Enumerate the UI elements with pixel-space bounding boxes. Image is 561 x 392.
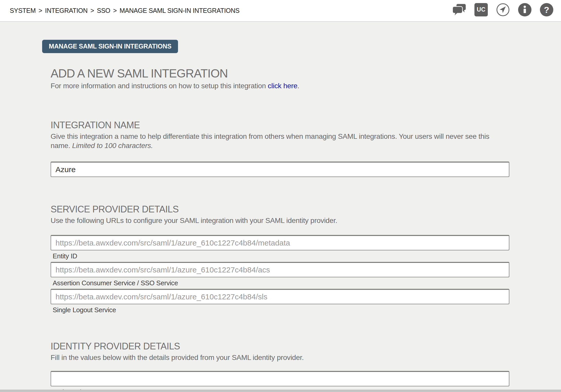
navigation-arrow-icon[interactable] [496,3,510,16]
manage-saml-integrations-button[interactable]: MANAGE SAML SIGN-IN INTEGRATIONS [42,40,178,53]
intro-text-body: For more information and instructions on… [51,82,268,90]
intro-text-suffix: . [297,82,299,90]
entity-id-input[interactable] [51,235,509,250]
breadcrumb-sso[interactable]: SSO [97,7,110,14]
click-here-link[interactable]: click here [268,82,297,90]
acs-field-group: Assertion Consumer Service / SSO Service [51,262,508,287]
breadcrumb-separator: > [113,7,117,14]
service-provider-description: Use the following URLs to configure your… [51,216,492,225]
uc-badge[interactable]: UC [474,3,488,16]
breadcrumb-system[interactable]: SYSTEM [10,7,36,14]
breadcrumb: SYSTEM > INTEGRATION > SSO > MANAGE SAML… [10,7,239,14]
identity-provider-description: Fill in the values below with the detail… [51,353,492,362]
integration-name-input[interactable] [51,162,509,177]
idp-entity-id-field-group: Entity ID / Issuer URL [51,371,508,392]
breadcrumb-manage-saml[interactable]: MANAGE SAML SIGN-IN INTEGRATIONS [120,7,240,14]
integration-name-section: INTEGRATION NAME Give this integration a… [51,120,508,177]
horizontal-scrollbar[interactable] [0,390,561,392]
intro-text: For more information and instructions on… [51,81,508,91]
integration-name-description: Give this integration a name to help dif… [51,132,492,150]
single-logout-service-label: Single Logout Service [51,306,508,314]
main-content: MANAGE SAML SIGN-IN INTEGRATIONS ADD A N… [0,22,561,392]
sls-field-group: Single Logout Service [51,289,508,314]
breadcrumb-integration[interactable]: INTEGRATION [45,7,88,14]
single-logout-service-input[interactable] [51,289,509,304]
assertion-consumer-service-label: Assertion Consumer Service / SSO Service [51,279,508,287]
entity-id-field-group: Entity ID [51,235,508,260]
help-icon[interactable]: ? [540,3,553,16]
info-icon[interactable] [518,3,531,16]
breadcrumb-separator: > [39,7,42,14]
assertion-consumer-service-input[interactable] [51,262,509,277]
breadcrumb-separator: > [90,7,94,14]
top-header: SYSTEM > INTEGRATION > SSO > MANAGE SAML… [0,0,561,22]
identity-provider-heading: IDENTITY PROVIDER DETAILS [51,341,508,352]
identity-provider-section: IDENTITY PROVIDER DETAILS Fill in the va… [51,341,508,392]
integration-name-limit-note: Limited to 100 characters. [72,142,153,150]
chat-bubbles-icon[interactable] [453,3,466,16]
svg-text:?: ? [544,5,549,15]
integration-name-heading: INTEGRATION NAME [51,120,508,131]
page-title: ADD A NEW SAML INTEGRATION [51,66,508,81]
entity-id-label: Entity ID [51,252,508,260]
service-provider-heading: SERVICE PROVIDER DETAILS [51,204,508,215]
header-icon-bar: UC ? [453,3,553,16]
service-provider-section: SERVICE PROVIDER DETAILS Use the followi… [51,204,508,314]
idp-entity-id-input[interactable] [51,371,509,386]
